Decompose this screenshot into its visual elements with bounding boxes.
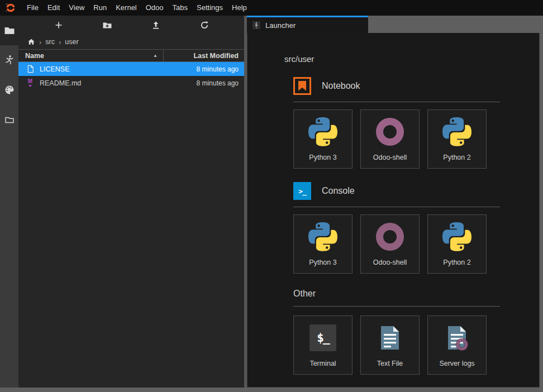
menu-odoo[interactable]: Odoo <box>141 0 168 16</box>
file-name: README.md <box>40 79 164 87</box>
file-modified: 8 minutes ago <box>164 79 244 87</box>
window-bottom-border <box>0 388 543 392</box>
sidebar-item-running-sessions[interactable] <box>0 45 18 75</box>
launcher-card-console-odoo-shell[interactable]: Odoo-shell <box>360 214 420 274</box>
upload-icon <box>151 21 160 30</box>
server-logs-icon <box>442 316 471 360</box>
current-directory: src/user <box>284 54 539 64</box>
launcher-card-notebook-odoo-shell[interactable]: Odoo-shell <box>360 109 420 169</box>
sidebar-item-open-tabs[interactable] <box>0 104 18 134</box>
tab-launcher[interactable]: Launcher <box>247 16 368 33</box>
running-man-icon <box>4 55 14 65</box>
launcher-icon <box>253 21 260 29</box>
launcher-body: src/user Notebook <box>247 33 539 375</box>
menu-run[interactable]: Run <box>89 0 111 16</box>
file-modified: 8 minutes ago <box>164 65 244 73</box>
section-title: Notebook <box>322 81 360 91</box>
file-browser-toolbar <box>18 16 244 35</box>
file-row-readme[interactable]: M README.md 8 minutes ago <box>18 76 244 90</box>
home-icon[interactable] <box>27 38 35 46</box>
file-list-empty-space <box>18 90 244 388</box>
odoo-spinner-logo-icon <box>5 2 16 13</box>
launcher-card-notebook-python2[interactable]: Python 2 <box>427 109 487 169</box>
terminal-icon: $_ <box>309 316 336 360</box>
column-header-name[interactable]: Name ▲ <box>18 50 163 61</box>
section-header-console: >_ Console <box>293 182 539 200</box>
launcher-panel: src/user Notebook <box>247 33 540 388</box>
launcher-card-notebook-python3[interactable]: Python 3 <box>293 109 353 169</box>
file-browser-panel: › src › user Name ▲ Last Modified <box>18 16 244 388</box>
section-header-other: Other <box>293 288 539 299</box>
new-folder-button[interactable] <box>99 18 115 32</box>
breadcrumb-src[interactable]: src <box>45 38 55 46</box>
launcher-card-terminal[interactable]: $_ Terminal <box>293 315 353 375</box>
console-icon: >_ <box>293 182 311 200</box>
launcher-card-text-file[interactable]: Text File <box>360 315 420 375</box>
section-divider <box>293 102 500 102</box>
section-header-notebook: Notebook <box>293 77 539 95</box>
markdown-icon: M <box>26 79 35 87</box>
menu-kernel[interactable]: Kernel <box>111 0 141 16</box>
breadcrumb: › src › user <box>18 35 244 49</box>
sidebar-item-command-palette[interactable] <box>0 75 18 104</box>
refresh-button[interactable] <box>197 18 212 32</box>
notebook-cards: Python 3 Odoo-shell Python <box>293 109 539 169</box>
text-file-icon <box>375 316 404 360</box>
breadcrumb-user[interactable]: user <box>65 38 78 46</box>
file-icon <box>26 65 35 73</box>
tab-label: Launcher <box>265 21 296 30</box>
odoo-ring-icon <box>375 110 404 154</box>
python-icon <box>442 110 471 154</box>
left-sidebar <box>0 16 18 388</box>
sidebar-item-file-browser[interactable] <box>0 16 18 45</box>
menu-view[interactable]: View <box>64 0 89 16</box>
menu-bar: File Edit View Run Kernel Odoo Tabs Sett… <box>0 0 543 16</box>
breadcrumb-separator: › <box>39 38 41 46</box>
menu-tabs[interactable]: Tabs <box>168 0 192 16</box>
menu-help[interactable]: Help <box>227 0 251 16</box>
upload-button[interactable] <box>148 18 164 32</box>
section-title: Console <box>322 186 355 196</box>
new-folder-icon <box>102 21 112 30</box>
console-cards: Python 3 Odoo-shell Python <box>293 214 539 274</box>
main-dock: Launcher src/user Notebook <box>247 16 543 388</box>
folder-icon <box>4 26 15 36</box>
file-name: LICENSE <box>40 65 164 73</box>
palette-icon <box>4 85 15 95</box>
other-cards: $_ Terminal Text File <box>293 315 539 375</box>
menu-settings[interactable]: Settings <box>192 0 227 16</box>
plus-icon <box>54 21 63 30</box>
window-icon <box>4 115 15 124</box>
breadcrumb-separator: › <box>59 38 61 46</box>
main-area: › src › user Name ▲ Last Modified <box>0 16 543 388</box>
launcher-card-console-python2[interactable]: Python 2 <box>427 214 487 274</box>
column-header-modified[interactable]: Last Modified <box>164 50 244 61</box>
python-icon <box>442 215 471 259</box>
launcher-card-server-logs[interactable]: Server logs <box>427 315 487 375</box>
section-divider <box>293 207 500 207</box>
notebook-icon <box>293 77 311 95</box>
launcher-card-console-python3[interactable]: Python 3 <box>293 214 353 274</box>
section-divider <box>293 306 500 307</box>
odoo-ring-icon <box>375 215 404 259</box>
file-row-license[interactable]: LICENSE 8 minutes ago <box>18 62 244 76</box>
menu-file[interactable]: File <box>22 0 43 16</box>
tab-bar: Launcher <box>247 16 540 33</box>
jupyterlab-app: File Edit View Run Kernel Odoo Tabs Sett… <box>0 0 543 392</box>
section-title: Other <box>293 289 316 299</box>
file-list-header: Name ▲ Last Modified <box>18 49 244 62</box>
new-launcher-button[interactable] <box>51 18 66 32</box>
sort-ascending-icon: ▲ <box>153 53 158 58</box>
python-icon <box>308 110 337 154</box>
refresh-icon <box>200 21 209 30</box>
python-icon <box>308 215 337 259</box>
menu-edit[interactable]: Edit <box>43 0 64 16</box>
